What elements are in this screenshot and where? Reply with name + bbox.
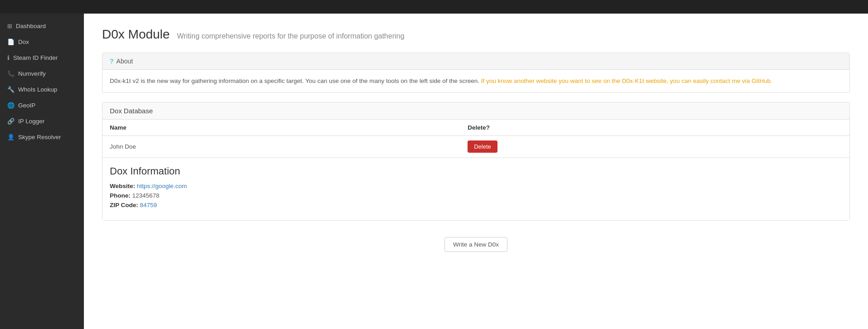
delete-button[interactable]: Delete <box>468 140 497 153</box>
page-subtitle: Writing comprehensive reports for the pu… <box>177 32 404 40</box>
sidebar-item-geoip[interactable]: 🌐 GeoIP <box>0 97 84 113</box>
zip-value: 84759 <box>140 202 157 208</box>
sidebar-item-numverify[interactable]: 📞 Numverify <box>0 66 84 82</box>
dox-database-table: Name Delete? John Doe Delete <box>102 120 849 220</box>
about-card-header: ? About <box>102 53 849 70</box>
write-btn-area: Write a New D0x <box>102 230 850 259</box>
sidebar-label-ip-logger: IP Logger <box>18 118 44 125</box>
row-name: John Doe <box>102 135 460 157</box>
sidebar-label-skype: Skype Resolver <box>18 134 61 140</box>
sidebar-label-dox: Dox <box>18 39 29 45</box>
about-body-text: D0x-k1t v2 is the new way for gathering … <box>110 77 479 84</box>
dox-database-title: Dox Database <box>110 107 153 115</box>
col-name: Name <box>102 120 460 136</box>
top-bar <box>0 0 868 14</box>
row-delete-cell: Delete <box>460 135 849 157</box>
dox-phone-row: Phone: 12345678 <box>110 192 842 199</box>
dox-database-card: Dox Database Name Delete? John Doe <box>102 102 850 221</box>
dox-icon: 📄 <box>7 39 15 45</box>
dox-information: Dox Information Website: https://google.… <box>102 158 849 220</box>
sidebar-label-whois: WhoIs Lookup <box>18 86 57 93</box>
dox-info-title: Dox Information <box>110 165 842 177</box>
dox-database-header: Dox Database <box>102 102 849 120</box>
table-row: John Doe Delete <box>102 135 849 157</box>
write-new-dox-button[interactable]: Write a New D0x <box>444 237 507 252</box>
ip-logger-icon: 🔗 <box>7 118 15 125</box>
page-title: D0x Module <box>102 27 170 41</box>
sidebar-label-geoip: GeoIP <box>18 102 35 109</box>
sidebar-label-dashboard: Dashboard <box>16 23 46 29</box>
dashboard-icon: ⊞ <box>7 23 12 29</box>
sidebar-item-whois[interactable]: 🔧 WhoIs Lookup <box>0 82 84 97</box>
about-body-highlight: If you know another website you want to … <box>481 77 772 84</box>
dox-info-row: Dox Information Website: https://google.… <box>102 157 849 220</box>
website-label: Website: <box>110 183 135 189</box>
sidebar-item-skype-resolver[interactable]: 👤 Skype Resolver <box>0 129 84 145</box>
dox-website-row: Website: https://google.com <box>110 183 842 189</box>
sidebar-label-numverify: Numverify <box>18 70 46 77</box>
main-content: D0x Module Writing comprehensive reports… <box>84 14 868 329</box>
sidebar-item-dox[interactable]: 📄 Dox <box>0 34 84 50</box>
sidebar: ⊞ Dashboard 📄 Dox ℹ Steam ID Finder 📞 Nu… <box>0 14 84 329</box>
sidebar-label-steam: Steam ID Finder <box>13 54 58 61</box>
col-delete: Delete? <box>460 120 849 136</box>
zip-label: ZIP Code: <box>110 202 138 208</box>
whois-icon: 🔧 <box>7 86 15 93</box>
skype-icon: 👤 <box>7 134 15 140</box>
sidebar-item-ip-logger[interactable]: 🔗 IP Logger <box>0 113 84 129</box>
about-card-body: D0x-k1t v2 is the new way for gathering … <box>102 70 849 92</box>
geoip-icon: 🌐 <box>7 102 15 109</box>
dox-zip-row: ZIP Code: 84759 <box>110 202 842 208</box>
help-icon: ? <box>110 58 114 65</box>
sidebar-item-dashboard[interactable]: ⊞ Dashboard <box>0 18 84 34</box>
steam-icon: ℹ <box>7 54 10 61</box>
page-header: D0x Module Writing comprehensive reports… <box>102 27 850 42</box>
website-link[interactable]: https://google.com <box>137 183 187 189</box>
about-label: About <box>117 58 133 65</box>
numverify-icon: 📞 <box>7 70 15 77</box>
phone-label: Phone: <box>110 192 131 199</box>
phone-value: 12345678 <box>132 192 160 199</box>
sidebar-item-steam-id-finder[interactable]: ℹ Steam ID Finder <box>0 50 84 66</box>
about-card: ? About D0x-k1t v2 is the new way for ga… <box>102 53 850 93</box>
